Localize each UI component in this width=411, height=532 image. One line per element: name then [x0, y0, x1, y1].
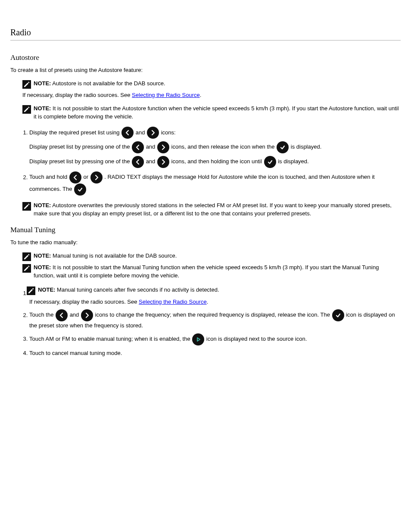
note-row: NOTE: Autostore is not available for the…	[22, 80, 401, 89]
prev-icon	[132, 141, 144, 153]
check-icon	[277, 141, 289, 153]
note-row: NOTE: It is not possible to start the Au…	[22, 105, 401, 121]
prev-icon	[132, 156, 144, 168]
play-outline-icon	[192, 333, 204, 345]
note-text: NOTE: It is not possible to start the Au…	[34, 105, 401, 121]
pencil-note-icon	[27, 286, 35, 295]
note-row: NOTE: It is not possible to start the Ma…	[22, 264, 401, 280]
note-text: NOTE: Manual tuning is not available for…	[34, 252, 177, 260]
autostore-intro: To create a list of presets using the Au…	[10, 66, 401, 75]
note-text: NOTE: Autostore overwrites the previousl…	[34, 202, 401, 218]
note-link-line: If necessary, display the radio sources.…	[22, 91, 401, 100]
prev-icon	[56, 309, 68, 321]
autostore-step-1: Display the required preset list using a…	[29, 127, 401, 168]
next-icon	[157, 156, 169, 168]
autostore-heading: Autostore	[10, 53, 401, 62]
next-icon	[147, 127, 159, 139]
prev-icon	[69, 171, 81, 184]
pencil-note-icon	[22, 264, 31, 273]
autostore-step-1a: Display preset list by pressing one of t…	[29, 141, 401, 153]
autostore-step-2: Touch and hold or . RADIO TEXT displays …	[29, 171, 401, 196]
prev-icon	[121, 127, 134, 139]
next-icon	[157, 141, 169, 153]
manual-tuning-intro: To tune the radio manually:	[10, 239, 401, 247]
next-icon	[81, 309, 93, 321]
pencil-note-icon	[22, 202, 31, 211]
manual-tuning-heading: Manual Tuning	[10, 226, 401, 234]
pencil-note-icon	[22, 252, 31, 261]
select-radio-source-link[interactable]: Selecting the Radio Source	[132, 92, 200, 98]
check-icon	[74, 184, 86, 196]
select-radio-source-link[interactable]: Selecting the Radio Source	[139, 299, 207, 305]
manual-step-3: Touch AM or FM to enable manual tuning; …	[29, 333, 401, 345]
manual-step-1: NOTE: Manual tuning cancels after five s…	[29, 286, 401, 306]
check-icon	[332, 309, 344, 321]
note-text: NOTE: Manual tuning cancels after five s…	[38, 286, 219, 294]
pencil-note-icon	[22, 105, 31, 114]
check-icon	[264, 156, 276, 168]
manual-step-2: Touch the and icons to change the freque…	[29, 309, 401, 330]
section-title: Radio	[10, 28, 401, 37]
note-text: NOTE: Autostore is not available for the…	[34, 80, 165, 88]
autostore-step-1b: Display preset list by pressing one of t…	[29, 156, 401, 168]
manual-step-4: Touch to cancel manual tuning mode.	[29, 349, 401, 358]
pencil-note-icon	[22, 80, 31, 89]
note-row: NOTE: Manual tuning is not available for…	[22, 252, 401, 261]
note-text: NOTE: It is not possible to start the Ma…	[34, 264, 401, 280]
next-icon	[90, 171, 103, 184]
note-row: NOTE: Autostore overwrites the previousl…	[22, 202, 401, 218]
section-rule	[10, 40, 401, 40]
